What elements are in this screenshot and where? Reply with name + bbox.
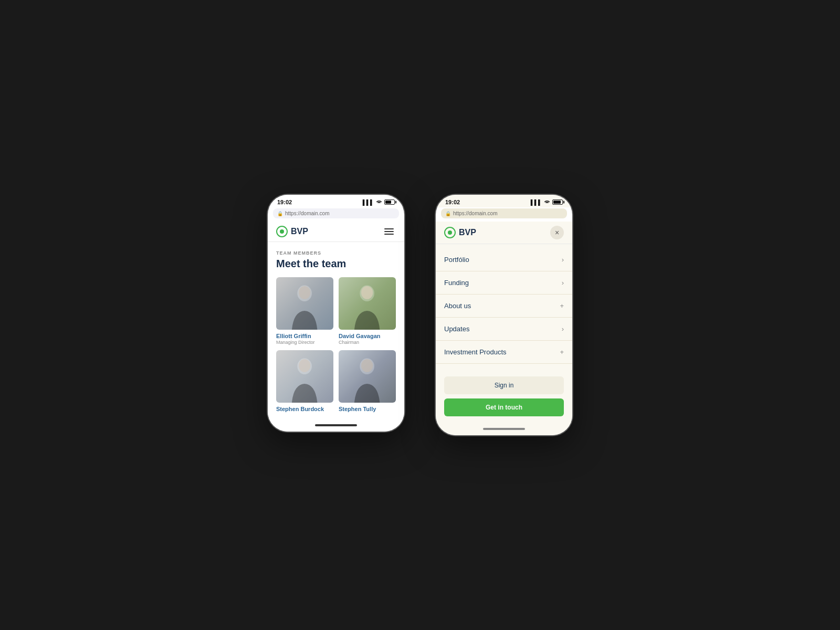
team-member-tully: Stephen Tully [339,350,396,413]
menu-item-portfolio[interactable]: Portfólio › [436,248,572,271]
status-icons-left: ▌▌▌ [363,199,395,205]
lock-icon-left: 🔒 [277,211,283,216]
team-label: TEAM MEMBERS [276,250,396,256]
chevron-icon-updates: › [562,325,564,333]
member-name-tully: Stephen Tully [339,406,396,412]
member-photo-david [339,277,396,330]
svg-point-7 [361,359,373,372]
menu-item-label-investment-products: Investment Products [444,348,507,356]
team-title: Meet the team [276,258,396,270]
logo-circle-left [276,226,288,237]
member-role-david: Chairman [339,340,396,345]
menu-item-funding[interactable]: Funding › [436,271,572,295]
menu-item-label-portfolio: Portfólio [444,256,469,264]
logo-right: BVP [444,227,476,238]
battery-icon-right [552,200,563,205]
menu-item-label-updates: Updates [444,325,469,333]
logo-text-left: BVP [291,227,308,236]
time-right: 19:02 [445,199,460,205]
menu-item-investment-products[interactable]: Investment Products + [436,341,572,364]
member-name-elliott: Elliott Griffin [276,333,333,339]
menu-actions: Sign in Get in touch [436,368,572,425]
scene: 19:02 ▌▌▌ 🔒 https://domain.com [247,174,593,456]
time-left: 19:02 [277,199,292,205]
url-left: https://domain.com [285,211,329,216]
logo-inner-right [448,230,452,235]
lock-icon-right: 🔒 [445,211,451,216]
wifi-icon-left [376,199,382,205]
logo-left: BVP [276,226,308,237]
member-photo-burdock [276,350,333,403]
svg-point-5 [299,359,310,372]
menu-list: Portfólio › Funding › About us + Updates… [436,244,572,368]
close-menu-button[interactable]: × [550,226,564,239]
svg-point-1 [299,286,310,299]
svg-point-3 [361,286,373,299]
signal-icon-left: ▌▌▌ [363,200,374,205]
url-right: https://domain.com [453,211,497,216]
logo-circle-right [444,227,456,238]
team-member-elliott: Elliott Griffin Managing Director [276,277,333,345]
hamburger-menu[interactable] [382,226,396,237]
member-name-david: David Gavagan [339,333,396,339]
logo-text-right: BVP [459,228,476,237]
logo-inner-left [280,229,284,234]
address-bar-left: 🔒 https://domain.com [273,208,399,218]
menu-item-about[interactable]: About us + [436,295,572,318]
member-role-elliott: Managing Director [276,340,333,345]
team-member-burdock: Stephen Burdock [276,350,333,413]
status-bar-right: 19:02 ▌▌▌ [436,195,572,207]
menu-item-label-about: About us [444,302,471,310]
menu-item-label-funding: Funding [444,279,469,287]
team-member-david: David Gavagan Chairman [339,277,396,345]
status-bar-left: 19:02 ▌▌▌ [268,195,404,207]
status-icons-right: ▌▌▌ [531,199,563,205]
signal-icon-right: ▌▌▌ [531,200,542,205]
phone-right: 19:02 ▌▌▌ 🔒 https://domain.com [436,195,572,435]
member-photo-tully [339,350,396,403]
sign-in-button[interactable]: Sign in [444,376,564,394]
team-grid: Elliott Griffin Managing Director [276,277,396,413]
close-icon: × [555,228,559,237]
menu-item-updates[interactable]: Updates › [436,318,572,341]
chevron-icon-funding: › [562,279,564,287]
nav-bar-right: BVP × [436,222,572,244]
phone-content: TEAM MEMBERS Meet the team E [268,242,404,421]
battery-icon-left [384,200,395,205]
member-name-burdock: Stephen Burdock [276,406,333,412]
nav-bar-left: BVP [268,222,404,242]
wifi-icon-right [544,199,550,205]
plus-icon-about: + [560,302,564,310]
phone-left: 19:02 ▌▌▌ 🔒 https://domain.com [268,195,404,432]
member-photo-elliott [276,277,333,330]
get-in-touch-button[interactable]: Get in touch [444,398,564,416]
chevron-icon-portfolio: › [562,256,564,264]
address-bar-right: 🔒 https://domain.com [441,208,567,218]
plus-icon-investment: + [560,348,564,356]
home-indicator-left [268,421,404,432]
home-indicator-right [436,425,572,435]
